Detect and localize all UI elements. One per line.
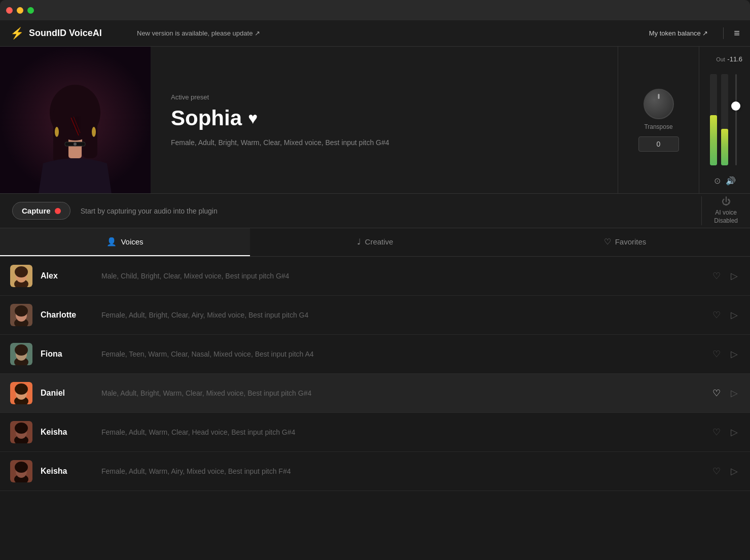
vu-meters-container [710,74,739,165]
voice-actions-keisha1: ♡ ▷ [710,425,740,440]
tab-favorites[interactable]: ♡ Favorites [500,228,750,256]
svg-point-12 [92,127,96,137]
voice-tags-daniel: Male, Adult, Bright, Warm, Clear, Mixed … [101,389,710,397]
play-button-alex[interactable]: ▷ [729,268,740,284]
voice-item-fiona[interactable]: Fiona Female, Teen, Warm, Clear, Nasal, … [0,335,750,374]
right-panel: Transpose 0 Out -11.6 [618,47,750,193]
header: ⚡ SoundID VoiceAI New version is availab… [0,20,750,47]
power-icon[interactable]: ⏻ [722,196,731,207]
svg-point-28 [15,383,28,395]
creative-tab-label: Creative [365,237,394,246]
play-button-keisha2[interactable]: ▷ [729,464,740,479]
tab-voices[interactable]: 👤 Voices [0,228,250,256]
play-button-fiona[interactable]: ▷ [729,346,740,362]
like-button-keisha1[interactable]: ♡ [710,425,723,440]
voice-actions-fiona: ♡ ▷ [710,346,740,362]
tab-creative[interactable]: ♩ Creative [250,228,500,256]
voice-item-charlotte[interactable]: Charlotte Female, Adult, Bright, Clear, … [0,296,750,335]
transpose-knob-container: Transpose [644,89,674,130]
capture-recording-dot [55,208,61,214]
vu-slider[interactable] [732,74,739,165]
voice-name-daniel: Daniel [41,389,101,398]
capture-button[interactable]: Capture [12,202,70,220]
voice-tags-keisha2: Female, Adult, Warm, Airy, Mixed voice, … [101,467,710,475]
svg-point-11 [55,127,59,137]
out-label: Out [716,56,725,62]
vu-panel: Out -11.6 ⊙ [699,47,750,193]
like-button-fiona[interactable]: ♡ [710,346,723,362]
main-area: Active preset Sophia ♥ Female, Adult, Br… [0,47,750,194]
vu-meter-left [710,74,717,165]
like-button-alex[interactable]: ♡ [710,268,723,284]
vu-fill-right [721,129,728,165]
link-icon[interactable]: ⊙ [714,176,721,186]
voice-name-charlotte: Charlotte [41,310,101,320]
logo-icon: ⚡ [10,27,24,40]
voice-item-keisha1[interactable]: Keisha Female, Adult, Warm, Clear, Head … [0,413,750,452]
voice-name-keisha2: Keisha [41,467,101,476]
title-bar [0,0,750,20]
voice-avatar-alex [10,265,32,287]
play-button-daniel[interactable]: ▷ [729,386,740,401]
menu-icon[interactable]: ≡ [723,27,740,39]
voice-name-alex: Alex [41,271,101,281]
voice-avatar-fiona [10,343,32,365]
favorites-tab-icon: ♡ [604,237,611,247]
like-button-daniel[interactable]: ♡ [710,386,723,401]
voice-item-alex[interactable]: Alex Male, Child, Bright, Clear, Mixed v… [0,257,750,296]
transpose-label: Transpose [644,123,672,130]
voice-item-keisha2[interactable]: Keisha Female, Adult, Warm, Airy, Mixed … [0,452,750,491]
artist-placeholder [0,47,151,193]
like-button-keisha2[interactable]: ♡ [710,464,723,479]
svg-point-36 [15,462,28,473]
voice-avatar-daniel [10,382,32,404]
svg-point-10 [74,143,77,146]
voice-tags-fiona: Female, Teen, Warm, Clear, Nasal, Mixed … [101,350,710,358]
vu-slider-track [735,74,737,165]
tabs-bar: 👤 Voices ♩ Creative ♡ Favorites [0,228,750,257]
voice-actions-daniel: ♡ ▷ [710,386,740,401]
voice-actions-charlotte: ♡ ▷ [710,307,740,323]
volume-icon[interactable]: 🔊 [726,176,736,186]
voice-name-fiona: Fiona [41,349,101,359]
token-balance-link[interactable]: My token balance ↗ [649,29,708,37]
voice-tags-alex: Male, Child, Bright, Clear, Mixed voice,… [101,272,710,280]
transpose-panel: Transpose 0 [618,47,699,193]
svg-point-20 [15,305,28,317]
svg-point-32 [15,423,28,434]
ai-voice-label: AI voiceDisabled [714,209,738,225]
voice-actions-keisha2: ♡ ▷ [710,464,740,479]
logo: ⚡ SoundID VoiceAI [10,27,137,40]
voice-tags-charlotte: Female, Adult, Bright, Clear, Airy, Mixe… [101,311,710,319]
voice-avatar-keisha2 [10,460,32,482]
preset-name: Sophia ♥ [171,106,597,130]
favorites-tab-label: Favorites [615,237,647,246]
maximize-button[interactable] [27,7,34,14]
vu-slider-thumb[interactable] [731,101,740,111]
voices-tab-label: Voices [121,237,143,246]
voice-actions-alex: ♡ ▷ [710,268,740,284]
voice-list: Alex Male, Child, Bright, Clear, Mixed v… [0,257,750,491]
voice-name-keisha1: Keisha [41,428,101,437]
out-value: -11.6 [727,55,742,63]
transpose-knob[interactable] [644,89,674,119]
vu-meter-right [721,74,728,165]
svg-point-24 [15,344,28,356]
ai-voice-status: ⏻ AI voiceDisabled [701,196,738,225]
update-notice[interactable]: New version is available, please update … [137,29,649,37]
voices-tab-icon: 👤 [106,237,117,247]
creative-tab-icon: ♩ [357,237,361,247]
preset-tags: Female, Adult, Bright, Warm, Clear, Mixe… [171,138,597,147]
play-button-charlotte[interactable]: ▷ [729,307,740,323]
favorite-heart-icon[interactable]: ♥ [248,109,258,128]
voice-item-daniel[interactable]: Daniel Male, Adult, Bright, Warm, Clear,… [0,374,750,413]
capture-label: Capture [22,206,51,215]
voice-avatar-keisha1 [10,421,32,443]
minimize-button[interactable] [17,7,23,14]
vu-fill-left [710,115,717,165]
transpose-value[interactable]: 0 [638,136,679,152]
vu-controls: ⊙ 🔊 [714,176,736,186]
close-button[interactable] [6,7,13,14]
like-button-charlotte[interactable]: ♡ [710,307,723,323]
play-button-keisha1[interactable]: ▷ [729,425,740,440]
